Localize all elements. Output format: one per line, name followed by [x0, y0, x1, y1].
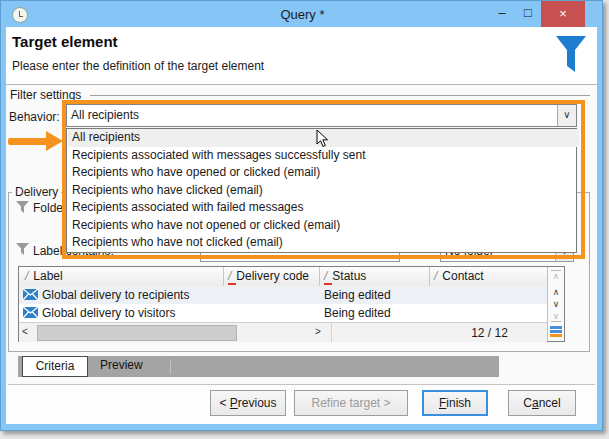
cancel-button[interactable]: Cancel	[508, 390, 576, 416]
list-menu-icon[interactable]	[550, 326, 562, 337]
column-divider	[223, 267, 224, 286]
annotation-highlight-box	[62, 100, 585, 259]
page-title: Target element	[12, 33, 118, 50]
column-header-label[interactable]: /Label	[25, 269, 63, 283]
horizontal-scrollbar[interactable]: < > 12 / 12	[19, 322, 547, 342]
minimize-button[interactable]: –	[492, 4, 512, 24]
row-counter: 12 / 12	[431, 326, 548, 340]
row-label: Global delivery to recipients	[42, 288, 189, 302]
mouse-cursor-icon	[316, 129, 329, 151]
previous-button[interactable]: < Previous	[210, 390, 286, 416]
filter-settings-divider	[90, 95, 590, 96]
scroll-right-icon[interactable]: >	[315, 326, 321, 337]
deliveries-table: /Label /Delivery code /Status /Contact G…	[18, 266, 565, 342]
window-title: Query *	[2, 7, 603, 22]
annotation-arrow-head	[46, 131, 63, 151]
label-filter-icon	[16, 243, 29, 255]
table-header: /Label /Delivery code /Status /Contact	[19, 267, 547, 287]
tab-divider	[170, 359, 171, 374]
row-status: Being edited	[324, 306, 391, 320]
button-bar-divider	[8, 384, 595, 385]
tab-strip	[18, 356, 499, 377]
column-divider	[319, 267, 320, 286]
row-label: Global delivery to visitors	[42, 306, 175, 320]
scroll-to-top-icon[interactable]: ∧	[551, 270, 561, 281]
refine-target-button: Refine target >	[294, 390, 408, 416]
envelope-icon	[23, 289, 38, 303]
table-row[interactable]: Global delivery to visitors Being edited	[19, 304, 547, 322]
scroll-to-bottom-icon[interactable]: ∨	[551, 311, 561, 322]
scroll-down-icon[interactable]: ∨	[548, 299, 564, 309]
maximize-button[interactable]: □	[518, 4, 538, 24]
page-subtitle: Please enter the definition of the targe…	[12, 59, 264, 73]
scroll-up-icon[interactable]: ∧	[548, 287, 564, 297]
tab-preview[interactable]: Preview	[100, 358, 143, 372]
tab-criteria[interactable]: Criteria	[22, 356, 88, 377]
row-status: Being edited	[324, 288, 391, 302]
column-header-delivery-code[interactable]: /Delivery code	[228, 269, 309, 283]
finish-button[interactable]: Finish	[422, 390, 488, 416]
annotation-arrow	[8, 138, 48, 145]
filter-funnel-icon	[554, 35, 588, 78]
table-row[interactable]: Global delivery to recipients Being edit…	[19, 286, 547, 304]
column-header-contact[interactable]: /Contact	[434, 269, 484, 283]
scrollbar-thumb[interactable]	[37, 325, 237, 341]
query-dialog: Query * – □ × Target element Please ente…	[0, 0, 609, 439]
divider	[331, 323, 332, 342]
behavior-label: Behavior:	[9, 110, 60, 124]
scroll-left-icon[interactable]: <	[22, 326, 28, 337]
close-button[interactable]: ×	[541, 1, 585, 27]
folder-filter-icon	[16, 201, 29, 213]
column-header-status[interactable]: /Status	[324, 269, 366, 283]
envelope-icon	[23, 307, 38, 321]
column-divider	[429, 267, 430, 286]
delivery-group-label: Delivery	[12, 185, 61, 199]
